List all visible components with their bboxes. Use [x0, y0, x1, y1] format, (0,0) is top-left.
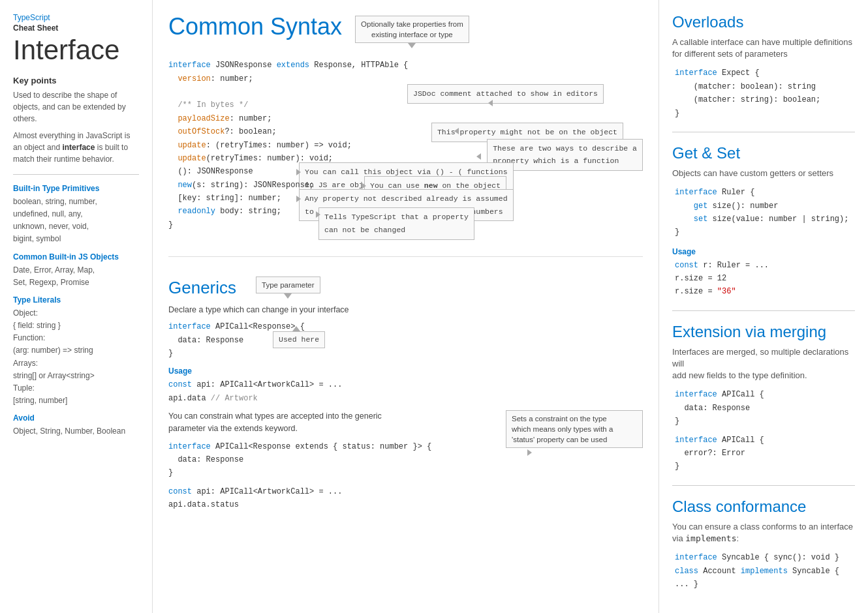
usage-label: Usage — [168, 366, 643, 376]
callout-top-right-container: Optionally take properties fromexisting … — [355, 16, 469, 48]
callout-index-arrow — [296, 196, 301, 202]
category-primitives-title: Built-in Type Primitives — [13, 184, 139, 193]
sidebar-top-label: TypeScript — [13, 13, 139, 23]
overloads-desc: A callable interface can have multiple d… — [672, 37, 855, 60]
main-content: Common Syntax Optionally take properties… — [153, 0, 659, 613]
optional-line-area: outOfStock?: boolean; This property migh… — [168, 125, 643, 138]
callout-jsdoc-arrow — [488, 100, 493, 106]
index-line-area: [key: string]: number; Any property not … — [168, 192, 643, 205]
callout-constraint-box: Sets a constraint on the typewhich means… — [506, 410, 643, 448]
sidebar: TypeScript Cheat Sheet Interface Key poi… — [0, 0, 153, 613]
category-js-objects-title: Common Built-in JS Objects — [13, 252, 139, 262]
used-here-container: Used here — [273, 326, 325, 348]
extension-title: Extension via merging — [672, 323, 855, 341]
sidebar-divider-1 — [13, 174, 139, 175]
key-points-1: Used to describe the shape of objects, a… — [13, 89, 139, 125]
category-type-literals-title: Type Literals — [13, 295, 139, 305]
extension-code-1: interface APICall { data: Response } — [675, 388, 855, 428]
category-js-objects-body: Date, Error, Array, Map,Set, Regexp, Pro… — [13, 264, 139, 289]
callout-used-here-box: Used here — [273, 331, 325, 348]
get-set-usage-label: Usage — [672, 247, 855, 256]
overloads-section: Overloads A callable interface can have … — [672, 13, 855, 120]
get-set-desc: Objects can have custom getters or sette… — [672, 168, 855, 179]
main-section-divider — [168, 256, 643, 257]
callout-optional-arrow — [454, 128, 459, 134]
callout-arrow-down — [408, 43, 416, 48]
get-set-title: Get & Set — [672, 144, 855, 162]
right-divider-3 — [672, 485, 855, 486]
extension-code-2: interface APICall { error?: Error } — [675, 434, 855, 473]
callout-type-param-box: Type parameter — [256, 277, 320, 293]
key-points-2: Almost everything in JavaScript is an ob… — [13, 130, 139, 165]
extension-section: Extension via merging Interfaces are mer… — [672, 323, 855, 473]
callout-jsdoc-box: JSDoc comment attached to show in editor… — [407, 84, 604, 104]
type-param-callout-container: Type parameter — [256, 277, 320, 299]
overloads-title: Overloads — [672, 13, 855, 31]
common-syntax-title: Common Syntax — [168, 13, 342, 40]
generics-desc: Declare a type which can change in your … — [168, 304, 643, 316]
callout-readonly-box: Tells TypeScript that a propertycan not … — [318, 207, 474, 239]
class-section: Class conformance You can ensure a class… — [672, 498, 855, 591]
usage-code-2: const api: APICall<ArtworkCall> = ... ap… — [168, 485, 643, 512]
callout-callable-arrow — [296, 169, 301, 175]
constrain-desc: You can constrain what types are accepte… — [168, 410, 403, 435]
right-divider-1 — [672, 132, 855, 132]
readonly-line-area: readonly body: string; Tells TypeScript … — [168, 205, 643, 218]
generics-title: Generics — [168, 278, 236, 298]
right-panel: Overloads A callable interface can have … — [659, 0, 868, 613]
category-avoid-title: Avoid — [13, 413, 139, 423]
class-title: Class conformance — [672, 498, 855, 516]
callout-readonly-arrow — [316, 211, 320, 218]
common-syntax-header: Common Syntax Optionally take properties… — [168, 13, 643, 48]
class-desc: You can ensure a class conforms to an in… — [672, 521, 855, 545]
right-divider-2 — [672, 310, 855, 311]
class-desc-suffix: : — [737, 533, 739, 543]
get-set-usage-code: const r: Ruler = ... r.size = 12 r.size … — [675, 259, 855, 299]
constraint-area: You can constrain what types are accepte… — [168, 410, 643, 435]
key-points-title: Key points — [13, 76, 139, 85]
sidebar-sheet-label: Cheat Sheet — [13, 23, 139, 33]
callout-function-arrow — [476, 153, 481, 160]
used-here-arrow-up — [292, 326, 300, 331]
category-avoid-body: Object, String, Number, Boolean — [13, 425, 139, 438]
callout-constraint-arrow — [527, 449, 532, 456]
usage-code-1: const api: APICall<ArtworkCall> = ... ap… — [168, 378, 643, 405]
callout-top-right: Optionally take properties fromexisting … — [355, 16, 469, 43]
jsdoc-line-area: /** In bytes */ payloadSize: number; JSD… — [168, 98, 643, 125]
sidebar-main-title: Interface — [13, 35, 139, 65]
callout-new-arrow — [362, 183, 366, 189]
get-set-section: Get & Set Objects can have custom getter… — [672, 144, 855, 299]
overloads-code: interface Expect { (matcher: boolean): s… — [675, 67, 855, 120]
generics-section: Generics Type parameter Declare a type w… — [168, 277, 643, 511]
extension-desc: Interfaces are merged, so multiple decla… — [672, 346, 855, 382]
class-desc-code: implements — [685, 533, 736, 543]
generics-header: Generics Type parameter — [168, 277, 643, 299]
category-type-literals-body: Object: { field: string } Function: (arg… — [13, 307, 139, 408]
generics-code-block: interface APICall<Response> { data: Resp… — [168, 320, 643, 360]
get-set-code: interface Ruler { get size(): number set… — [675, 186, 855, 239]
interface-code-block: interface JSONResponse extends Response,… — [168, 59, 643, 232]
function-line-area: update: (retryTimes: number) => void; up… — [168, 139, 643, 166]
category-primitives-body: boolean, string, number,undefined, null,… — [13, 196, 139, 246]
common-syntax-block: Common Syntax Optionally take properties… — [168, 13, 643, 250]
key-points-2-bold: interface — [62, 143, 95, 152]
type-param-arrow-down — [284, 293, 292, 299]
class-code: interface Syncable { sync(): void } clas… — [675, 551, 855, 591]
